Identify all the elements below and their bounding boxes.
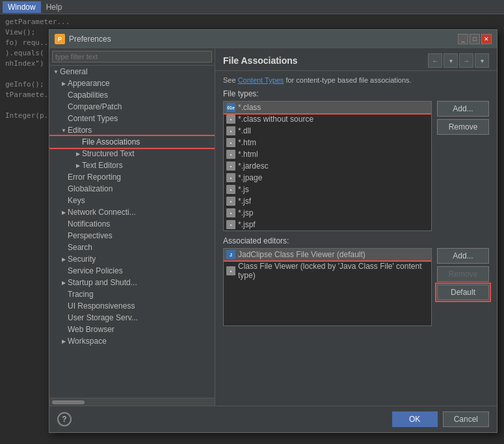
tree-item-appearance[interactable]: ▶ Appearance [49, 77, 215, 89]
tree-item-user-storage[interactable]: ▶ User Storage Serv... [49, 312, 215, 324]
expand-arrow-startup: ▶ [60, 279, 68, 286]
file-types-list-with-buttons: 01e *.class ▪ *.class without source ▪ [223, 101, 489, 231]
generic-icon-4: ▪ [226, 150, 235, 159]
tree-item-text-editors[interactable]: ▶ Text Editors [49, 160, 215, 171]
cancel-button[interactable]: Cancel [443, 411, 489, 427]
tree-item-tracing[interactable]: ▶ Tracing [49, 288, 215, 300]
file-type-htm[interactable]: ▪ *.htm [224, 137, 431, 148]
tree-item-service-policies[interactable]: ▶ Service Policies [49, 265, 215, 277]
expand-arrow-text-editors: ▶ [74, 161, 82, 169]
tree-item-perspectives[interactable]: ▶ Perspectives [49, 230, 215, 242]
tree-label-network-connections: Network Connecti... [68, 208, 136, 217]
tree-label-workspace: Workspace [68, 337, 107, 346]
file-types-buttons: Add... Remove [432, 101, 489, 135]
generic-icon-6: ▪ [226, 173, 235, 182]
tree-item-network-connections[interactable]: ▶ Network Connecti... [49, 206, 215, 218]
tree-label-text-editors: Text Editors [82, 161, 123, 170]
nav-dropdown-button[interactable]: ▾ [444, 53, 458, 68]
editors-remove-button[interactable]: Remove [437, 266, 489, 282]
editors-list[interactable]: J JadClipse Class File Viewer (default) … [223, 248, 432, 326]
tree-item-globalization[interactable]: ▶ Globalization [49, 183, 215, 195]
tree-item-file-associations[interactable]: ▶ File Associations [49, 136, 215, 148]
filter-input[interactable] [52, 51, 212, 62]
tree-item-search[interactable]: ▶ Search [49, 242, 215, 253]
editors-add-button[interactable]: Add... [437, 248, 489, 264]
file-type-jsp[interactable]: ▪ *.jsp [224, 207, 431, 219]
filter-box [49, 48, 215, 66]
dialog-title-bar: P Preferences _ □ ✕ [49, 30, 497, 48]
associated-editors-label: Associated editors: [223, 236, 489, 245]
expand-arrow-editors: ▼ [60, 126, 68, 134]
tree-scrollbar[interactable] [49, 398, 215, 406]
tree-label-globalization: Globalization [68, 184, 113, 193]
tree-label-user-storage: User Storage Serv... [68, 313, 138, 322]
file-type-dll[interactable]: ▪ *.dll [224, 125, 431, 137]
tree-item-capabilities[interactable]: ▶ Capabilities [49, 89, 215, 101]
tree-content[interactable]: ▼ General ▶ Appearance ▶ Capabilities [49, 66, 215, 398]
content-types-link[interactable]: Content Types [238, 76, 284, 84]
expand-arrow-network: ▶ [60, 208, 68, 216]
generic-icon-1: ▪ [226, 115, 235, 124]
tree-item-web-browser[interactable]: ▶ Web Browser [49, 324, 215, 335]
minimize-button[interactable]: _ [458, 34, 468, 44]
class-file-icon: 01e [226, 103, 235, 112]
dialog-icon: P [55, 34, 65, 44]
file-type-label-jspf: *.jspf [238, 220, 256, 229]
help-button[interactable]: ? [57, 412, 72, 426]
file-type-html[interactable]: ▪ *.html [224, 148, 431, 160]
file-type-class-no-source[interactable]: ▪ *.class without source [224, 113, 431, 125]
file-types-add-button[interactable]: Add... [437, 101, 489, 117]
menu-window[interactable]: Window [3, 1, 41, 13]
tree-item-content-types[interactable]: ▶ Content Types [49, 113, 215, 124]
file-type-label-jpage: *.jpage [238, 173, 262, 182]
tree-label-editors: Editors [68, 126, 92, 135]
tree-item-general[interactable]: ▼ General [49, 66, 215, 77]
file-type-jpage[interactable]: ▪ *.jpage [224, 172, 431, 184]
tree-label-compare-patch: Compare/Patch [68, 102, 122, 111]
editor-class-file-viewer[interactable]: ▪ Class File Viewer (locked by 'Java Cla… [224, 260, 431, 281]
generic-icon-10: ▪ [226, 220, 235, 229]
file-types-remove-button[interactable]: Remove [437, 119, 489, 135]
file-type-jspf[interactable]: ▪ *.jspf [224, 219, 431, 230]
tree-item-keys[interactable]: ▶ Keys [49, 195, 215, 206]
editor-jadclipse-label: JadClipse Class File Viewer (default) [238, 250, 365, 259]
file-type-class[interactable]: 01e *.class [224, 102, 431, 113]
tree-item-startup[interactable]: ▶ Startup and Shutd... [49, 277, 215, 288]
file-type-jardesc[interactable]: ▪ *.jardesc [224, 160, 431, 172]
tree-label-appearance: Appearance [68, 79, 110, 88]
tree-item-notifications[interactable]: ▶ Notifications [49, 218, 215, 230]
file-type-label-jsf: *.jsf [238, 197, 251, 206]
menu-help[interactable]: Help [41, 1, 68, 13]
file-type-jsf[interactable]: ▪ *.jsf [224, 195, 431, 207]
editors-buttons: Add... Remove Default [432, 248, 489, 300]
tree-item-compare-patch[interactable]: ▶ Compare/Patch [49, 101, 215, 113]
editor-jadclipse[interactable]: J JadClipse Class File Viewer (default) [224, 249, 431, 260]
ok-button[interactable]: OK [392, 411, 438, 427]
file-type-js[interactable]: ▪ *.js [224, 184, 431, 195]
maximize-button[interactable]: □ [470, 34, 480, 44]
generic-icon-3: ▪ [226, 138, 235, 147]
tree-item-ui-responsiveness[interactable]: ▶ UI Responsiveness [49, 300, 215, 312]
file-types-list[interactable]: 01e *.class ▪ *.class without source ▪ [223, 101, 432, 231]
nav-forward-dropdown-button[interactable]: ▾ [475, 53, 489, 68]
tree-label-structured-text: Structured Text [82, 149, 134, 158]
file-type-label-js: *.js [238, 185, 249, 194]
file-type-label-htm: *.htm [238, 138, 256, 147]
nav-back-button[interactable]: ← [428, 53, 442, 68]
close-button[interactable]: ✕ [481, 34, 492, 44]
tree-label-perspectives: Perspectives [68, 231, 113, 240]
editors-list-container-wrapper: J JadClipse Class File Viewer (default) … [223, 248, 432, 326]
tree-item-error-reporting[interactable]: ▶ Error Reporting [49, 171, 215, 183]
editors-default-button[interactable]: Default [437, 284, 489, 300]
nav-forward-button[interactable]: → [459, 53, 473, 68]
expand-arrow-general: ▼ [52, 68, 60, 76]
class-viewer-icon: ▪ [226, 266, 235, 275]
tree-label-general: General [60, 67, 88, 76]
file-type-label-class-no-source: *.class without source [238, 115, 313, 124]
tree-item-structured-text[interactable]: ▶ Structured Text [49, 148, 215, 160]
tree-item-workspace[interactable]: ▶ Workspace [49, 335, 215, 347]
tree-label-search: Search [68, 243, 92, 252]
tree-item-security[interactable]: ▶ Security [49, 253, 215, 265]
tree-item-editors[interactable]: ▼ Editors [49, 124, 215, 136]
tree-scrollbar-thumb[interactable] [52, 400, 85, 404]
